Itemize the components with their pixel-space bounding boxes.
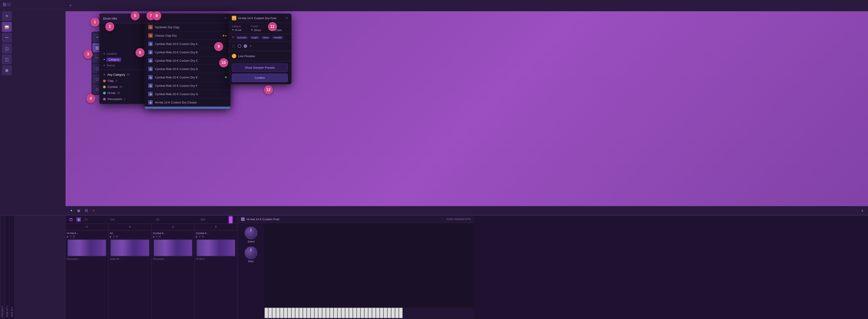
- white-key-34[interactable]: [395, 308, 399, 318]
- detail-close-btn[interactable]: ×: [286, 16, 288, 20]
- white-key-27[interactable]: [368, 308, 372, 318]
- add-button[interactable]: +: [69, 3, 72, 8]
- search-close-btn[interactable]: ×: [224, 16, 227, 21]
- white-key-21[interactable]: [345, 308, 349, 318]
- white-key-32[interactable]: [388, 308, 391, 318]
- sidebar-photo2-btn[interactable]: ◫: [2, 55, 12, 64]
- white-key-7[interactable]: [291, 308, 295, 318]
- search-input[interactable]: [155, 17, 222, 20]
- white-key-4[interactable]: [280, 308, 283, 318]
- white-key-18[interactable]: [334, 308, 337, 318]
- white-key-26[interactable]: [364, 308, 368, 318]
- detail-rating: ☆ +: [228, 41, 291, 51]
- play-btn-1[interactable]: ▶: [67, 235, 69, 238]
- white-key-1[interactable]: [269, 308, 272, 318]
- solo-btn-4[interactable]: S: [199, 235, 200, 238]
- result-hihat-foot[interactable]: ▦ Hi-Hat 14 K Custom Dry Foot ★: [145, 107, 230, 109]
- add-col-3[interactable]: +: [152, 224, 194, 230]
- add-col-1[interactable]: +: [65, 224, 108, 230]
- white-key-35[interactable]: [399, 308, 403, 318]
- white-key-30[interactable]: [380, 308, 383, 318]
- solo-btn-3[interactable]: S: [156, 235, 158, 238]
- sidebar-user-btn[interactable]: ◉: [2, 65, 12, 75]
- piano-roll-area: [265, 223, 474, 308]
- ctrl-close-btn[interactable]: ✕: [92, 208, 96, 213]
- white-key-13[interactable]: [314, 308, 318, 318]
- add-col-4[interactable]: +: [194, 224, 237, 230]
- zone-params-panel: Hi-Hat 14 K Custom Foot ZONE PARAMETERS …: [237, 216, 474, 319]
- solo-btn-1[interactable]: S: [70, 235, 72, 238]
- result-cymbal-d[interactable]: ▦ Cymbal Ride 20 K Custom Dry D: [145, 65, 230, 73]
- mute-btn-4[interactable]: M: [202, 235, 204, 238]
- result-classic-clap-dry[interactable]: ▥ Classic Clap Dry ★●: [145, 31, 230, 40]
- play-btn-2[interactable]: ▶: [110, 235, 112, 238]
- sidebar-photo-btn[interactable]: ◫: [2, 43, 12, 54]
- white-key-6[interactable]: [288, 308, 291, 318]
- result-cymbal-c[interactable]: ▦ Cymbal Ride 20 K Custom Dry C: [145, 57, 230, 65]
- white-key-22[interactable]: [349, 308, 353, 318]
- white-key-9[interactable]: [299, 308, 303, 318]
- sidebar-star-btn[interactable]: ✦: [2, 11, 12, 21]
- white-key-28[interactable]: [372, 308, 376, 318]
- zone-content: Select Pitch: [238, 223, 474, 319]
- add-col-2[interactable]: +: [108, 224, 151, 230]
- mute-btn-1[interactable]: M: [73, 235, 75, 238]
- annotation-6: 6: [135, 48, 145, 57]
- white-key-5[interactable]: [284, 308, 287, 318]
- white-key-17[interactable]: [330, 308, 334, 318]
- white-key-11[interactable]: [307, 308, 310, 318]
- ctrl-star-btn[interactable]: ✦: [69, 208, 74, 213]
- white-key-10[interactable]: [303, 308, 307, 318]
- fader-thumb[interactable]: [229, 217, 232, 223]
- white-key-25[interactable]: [361, 308, 364, 318]
- mute-btn-3[interactable]: M: [159, 235, 161, 238]
- ctrl-grid-btn[interactable]: ▦: [76, 208, 81, 213]
- white-key-23[interactable]: [353, 308, 356, 318]
- white-key-16[interactable]: [326, 308, 330, 318]
- zone-header-left: Hi-Hat 14 K Custom Foot: [241, 217, 279, 221]
- annotation-1: 1: [90, 18, 99, 27]
- ctrl-expand-btn[interactable]: ∧: [860, 208, 864, 213]
- rating-circle-2[interactable]: [244, 44, 247, 48]
- white-key-2[interactable]: [272, 308, 276, 318]
- white-key-14[interactable]: [318, 308, 322, 318]
- category-cymbal-label: Cymbal: [107, 85, 118, 89]
- result-hihat-closed[interactable]: ▦ Hi-Hat 14 K Custom Dry Closed: [145, 98, 230, 107]
- white-key-29[interactable]: [376, 308, 379, 318]
- sidebar-wave-btn[interactable]: 〜: [2, 33, 12, 43]
- white-key-19[interactable]: [338, 308, 341, 318]
- select-knob[interactable]: [245, 227, 257, 239]
- solo-btn-2[interactable]: S: [113, 235, 115, 238]
- rating-plus[interactable]: +: [249, 44, 252, 49]
- white-key-31[interactable]: [383, 308, 387, 318]
- white-key-0[interactable]: [265, 308, 268, 318]
- white-key-12[interactable]: [311, 308, 314, 318]
- category-percussion-count: 1: [124, 98, 125, 101]
- white-key-8[interactable]: [295, 308, 299, 318]
- result-cymbal-e[interactable]: ▦ Cymbal Ride 20 K Custom Dry E: [145, 73, 230, 82]
- result-cymbal-g[interactable]: ▦ Cymbal Ride 20 K Custom Dry G: [145, 90, 230, 98]
- play-btn-3[interactable]: ▶: [153, 235, 155, 238]
- result-synthetic-dry-clap[interactable]: ▥ Synthetic Dry Clap: [145, 23, 230, 31]
- sidebar-drum-btn[interactable]: 🥁: [2, 22, 12, 32]
- result-icon-6: ▦: [148, 75, 153, 79]
- detail-buttons: Show Sampler Presets Confirm: [228, 61, 291, 84]
- white-key-3[interactable]: [276, 308, 280, 318]
- white-key-20[interactable]: [341, 308, 345, 318]
- live-preview-label: Live Preview: [238, 55, 255, 58]
- collapse-icon[interactable]: ▦: [76, 217, 81, 222]
- rating-star[interactable]: ☆: [232, 43, 236, 49]
- white-key-15[interactable]: [322, 308, 326, 318]
- rating-circle-1[interactable]: [238, 44, 241, 48]
- result-cymbal-f[interactable]: ▦ Cymbal Ride 20 K Custom Dry F: [145, 82, 230, 90]
- show-presets-button[interactable]: Show Sampler Presets: [232, 63, 288, 72]
- ctrl-chain-btn[interactable]: ⛓: [84, 208, 89, 213]
- pitch-knob[interactable]: [245, 247, 257, 259]
- mute-btn-2[interactable]: M: [116, 235, 118, 238]
- play-btn-4[interactable]: ▶: [196, 235, 198, 238]
- white-key-24[interactable]: [357, 308, 360, 318]
- annotation-8: 8: [152, 11, 161, 20]
- sub-name-1: Percussion...: [67, 258, 107, 260]
- confirm-button[interactable]: Confirm: [232, 74, 288, 82]
- white-key-33[interactable]: [391, 308, 395, 318]
